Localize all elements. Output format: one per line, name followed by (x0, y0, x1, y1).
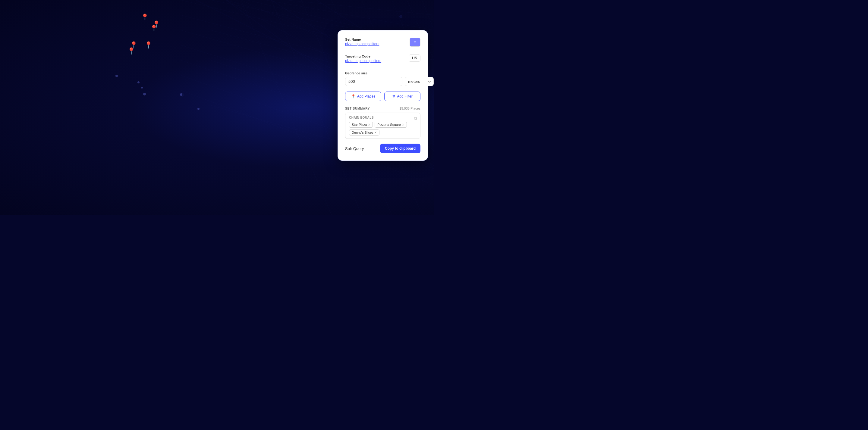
tag-label: Star Pizza (352, 123, 367, 127)
add-filter-label: Add Filter (397, 94, 412, 98)
copy-icon: ⧉ (414, 116, 417, 121)
country-badge: US (409, 55, 421, 62)
tag-dennys-slices: Denny's Slices × (349, 130, 379, 135)
geofence-label: Geofence size (345, 71, 421, 75)
svg-line-24 (286, 0, 434, 15)
targeting-code-group: Targeting Code pizza_top_competitors (345, 55, 381, 67)
tags-container: Star Pizza × Pizzeria Square × Denny's S… (349, 122, 416, 135)
set-panel: Set Name pizza top competitors ▼ Targeti… (338, 30, 428, 161)
add-places-button[interactable]: 📍 Add Places (345, 92, 381, 101)
map-dot (141, 87, 143, 89)
targeting-code-value[interactable]: pizza_top_competitors (345, 59, 381, 63)
tag-pizzeria-square: Pizzeria Square × (375, 122, 407, 128)
tag-label: Denny's Slices (352, 131, 373, 134)
tag-star-pizza: Star Pizza × (349, 122, 373, 128)
svg-point-29 (399, 15, 402, 18)
tag-remove-dennys-slices[interactable]: × (375, 131, 377, 134)
set-name-label: Set Name (345, 38, 379, 41)
summary-box: ⧉ CHAIN EQUALS Star Pizza × Pizzeria Squ… (345, 112, 421, 139)
set-summary-count: 19,036 Places (399, 107, 421, 110)
set-summary-title: SET SUMMARY (345, 107, 370, 110)
add-filter-button[interactable]: ⚗ Add Filter (384, 92, 421, 101)
map-dot (143, 93, 146, 95)
set-name-value[interactable]: pizza top competitors (345, 42, 379, 46)
action-buttons: 📍 Add Places ⚗ Add Filter (345, 92, 421, 101)
geofence-inputs: meters kilometers miles feet (345, 77, 421, 86)
map-pin: 📍 (150, 25, 158, 33)
svg-line-20 (422, 0, 434, 30)
set-name-section: Set Name pizza top competitors ▼ (345, 38, 421, 50)
chevron-down-icon: ▼ (414, 41, 416, 44)
map-dot (197, 108, 199, 110)
chain-equals-label: CHAIN EQUALS (349, 116, 416, 119)
color-picker-button[interactable]: ▼ (410, 38, 421, 47)
geofence-section: Geofence size meters kilometers miles fe… (345, 71, 421, 86)
copy-icon-button[interactable]: ⧉ (414, 116, 417, 121)
copy-to-clipboard-button[interactable]: Copy to clipboard (380, 144, 421, 153)
footer-row: Solr Query Copy to clipboard (345, 144, 421, 153)
tag-label: Pizzeria Square (377, 123, 401, 127)
svg-line-23 (265, 0, 434, 30)
filter-icon: ⚗ (392, 94, 396, 98)
solr-query-label: Solr Query (345, 146, 364, 151)
map-dot (116, 75, 118, 77)
svg-line-13 (241, 0, 332, 215)
map-pin: 📍 (127, 47, 135, 55)
tag-remove-star-pizza[interactable]: × (368, 123, 370, 127)
map-pin: 📍 (141, 13, 149, 21)
location-icon: 📍 (351, 94, 355, 98)
map-dot (137, 81, 140, 84)
map-dot (180, 93, 182, 96)
targeting-code-label: Targeting Code (345, 55, 381, 58)
add-places-label: Add Places (357, 94, 375, 98)
map-pin: 📍 (144, 41, 153, 49)
set-summary-header: SET SUMMARY 19,036 Places (345, 107, 421, 110)
targeting-code-section: Targeting Code pizza_top_competitors US (345, 55, 421, 67)
set-name-group: Set Name pizza top competitors (345, 38, 379, 50)
geofence-unit-select[interactable]: meters kilometers miles feet (405, 77, 434, 86)
tag-remove-pizzeria-square[interactable]: × (402, 123, 404, 127)
geofence-value-input[interactable] (345, 77, 402, 86)
